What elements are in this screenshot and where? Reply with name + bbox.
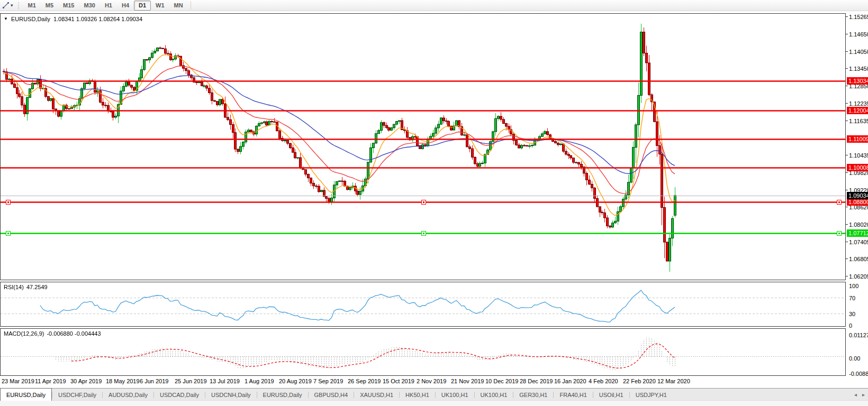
rsi-axis-label: 70 (849, 295, 855, 302)
chart-tab-eurusd-daily[interactable]: EURUSD,Daily (0, 388, 52, 401)
price-axis-tick (846, 34, 848, 34)
chart-symbol-label: EURUSD,Daily (11, 16, 50, 22)
price-axis-tick (846, 51, 848, 52)
price-axis-tick (846, 224, 848, 225)
date-axis-label: 23 Mar 2019 (2, 378, 34, 384)
date-axis-label: 4 Feb 2020 (589, 378, 618, 384)
rsi-axis-label: 30 (849, 311, 855, 318)
chart-tab-hk50-h1[interactable]: HK50,H1 (400, 389, 435, 401)
rsi-panel: RSI(14) 47.2549 (0, 282, 846, 327)
date-axis-label: 12 Mar 2020 (657, 378, 690, 384)
toolbar: ▾ M1M5M15M30H1H4D1W1MN (0, 0, 868, 11)
date-axis-label: 16 Jan 2020 (554, 378, 586, 384)
mt4-window: ▾ M1M5M15M30H1H4D1W1MN ▼ EURUSD,Daily 1.… (0, 0, 868, 406)
date-axis-label: 28 Dec 2019 (520, 378, 553, 384)
price-axis-tick (846, 276, 848, 276)
hline-price-badge: 1.08800 (847, 198, 868, 206)
price-chart-canvas[interactable] (1, 14, 845, 280)
toolbar-separator (191, 1, 191, 10)
chart-tab-audusd-daily[interactable]: AUDUSD,Daily (103, 389, 153, 401)
rsi-axis-label: 100 (849, 283, 858, 290)
chart-title[interactable]: ▼ EURUSD,Daily 1.08341 1.09326 1.08264 1… (4, 16, 142, 22)
price-axis-label: 1.11635 (849, 118, 868, 125)
chart-tab-ger30-h1[interactable]: GER30,H1 (513, 389, 553, 401)
date-axis-label: 7 Sep 2019 (313, 378, 343, 384)
price-axis-tick (846, 172, 848, 173)
price-axis-tick (846, 155, 848, 155)
price-axis-label: 1.06805 (849, 256, 868, 263)
chart-tab-uk100-h1[interactable]: UK100,H1 (475, 389, 513, 401)
chart-tab-fra40-h1[interactable]: FRA40,H1 (554, 389, 592, 401)
macd-values: -0.006880 -0.004443 (47, 330, 101, 337)
timeframe-button-mn[interactable]: MN (169, 1, 188, 11)
date-axis-label: 1 Aug 2019 (245, 378, 274, 384)
tab-scroll-right-icon[interactable]: ▸ (862, 392, 865, 398)
price-axis-tick (846, 242, 848, 242)
rsi-name: RSI(14) (4, 284, 24, 290)
chart-tab-bar: EURUSD,DailyUSDCHF,DailyAUDUSD,DailyUSDC… (0, 388, 868, 401)
rsi-canvas[interactable] (1, 282, 845, 326)
price-axis-tick (846, 103, 848, 104)
timeframe-button-m15[interactable]: M15 (58, 1, 79, 11)
chart-tab-usoil-h1[interactable]: USOil,H1 (593, 389, 629, 401)
price-axis-tick (846, 68, 848, 69)
date-axis-label: 13 Jul 2019 (210, 378, 240, 384)
price-axis-tick (846, 207, 848, 207)
rsi-axis[interactable]: 10070300 (846, 282, 868, 327)
price-axis-label: 1.08020 (849, 222, 868, 228)
rsi-label: RSI(14) 47.2549 (4, 284, 48, 290)
timeframe-button-h1[interactable]: H1 (100, 1, 117, 11)
rsi-value: 47.2549 (26, 284, 48, 290)
timeframe-button-row: M1M5M15M30H1H4D1W1MN (23, 0, 188, 11)
date-axis-label: 20 Aug 2019 (279, 378, 312, 384)
chart-tab-eurusd-daily[interactable]: EURUSD,Daily (257, 389, 308, 401)
macd-label: MACD(12,26,9) -0.006880 -0.004443 (4, 330, 101, 337)
toolbar-grip[interactable] (17, 2, 20, 9)
timeframe-button-m30[interactable]: M30 (79, 1, 100, 11)
chart-tab-usdcad-daily[interactable]: USDCAD,Daily (154, 389, 205, 401)
chart-tab-xauusd-h1[interactable]: XAUUSD,H1 (354, 389, 399, 401)
hline-price-badge: 1.07712 (847, 229, 868, 237)
chevron-down-icon: ▾ (11, 3, 13, 8)
macd-canvas[interactable] (1, 329, 845, 375)
price-axis-label: 1.06205 (849, 273, 868, 280)
price-axis-tick (846, 16, 848, 17)
date-axis-label: 25 Jun 2019 (175, 378, 207, 384)
price-axis-label: 1.13450 (849, 66, 868, 72)
drawing-tool-button[interactable]: ▾ (0, 0, 15, 11)
chart-tab-usdchf-daily[interactable]: USDCHF,Daily (52, 389, 102, 401)
price-axis-label: 1.14650 (849, 31, 868, 38)
chart-tab-usdjpy-h1[interactable]: USDJPY,H1 (630, 389, 673, 401)
date-axis-label: 18 May 2019 (106, 378, 140, 384)
price-axis-label: 1.10435 (849, 152, 868, 159)
timeframe-button-w1[interactable]: W1 (151, 1, 169, 11)
price-axis-label: 1.15265 (849, 14, 868, 21)
hline-price-badge: 1.13034 (847, 77, 868, 85)
date-axis-label: 6 Jun 2019 (140, 378, 168, 384)
price-axis-tick (846, 259, 848, 259)
tab-scroll-nav: ◂ ▸ (854, 389, 865, 401)
hline-price-badge: 1.10008 (847, 164, 868, 171)
timeframe-button-m5[interactable]: M5 (41, 1, 58, 11)
tab-scroll-left-icon[interactable]: ◂ (854, 392, 857, 398)
chart-tab-gbpusd-h4[interactable]: GBPUSD,H4 (309, 389, 354, 401)
date-axis-label: 11 Apr 2019 (35, 378, 66, 384)
date-axis-label: 30 Apr 2019 (70, 378, 102, 384)
price-axis-label: 1.07405 (849, 239, 868, 246)
price-axis[interactable]: 1.152651.146501.140501.134501.128501.122… (846, 13, 868, 280)
date-axis-label: 10 Dec 2019 (485, 378, 518, 384)
macd-axis-label: 0.00 (849, 355, 860, 362)
macd-axis-label: 0.011277 (849, 332, 868, 339)
timeframe-button-m1[interactable]: M1 (23, 1, 41, 11)
date-axis-label: 22 Feb 2020 (623, 378, 656, 384)
price-axis-tick (846, 86, 848, 86)
hline-price-badge: 1.12004 (847, 107, 868, 114)
main-chart-panel: ▼ EURUSD,Daily 1.08341 1.09326 1.08264 1… (0, 13, 846, 280)
chart-tab-uk100-h1[interactable]: UK100,H1 (436, 389, 474, 401)
hline-price-badge: 1.11009 (847, 135, 868, 143)
chart-tab-usdcnh-daily[interactable]: USDCNH,Daily (205, 389, 257, 401)
timeframe-button-d1[interactable]: D1 (134, 1, 151, 11)
date-axis[interactable]: 23 Mar 201911 Apr 201930 Apr 201918 May … (0, 376, 846, 388)
macd-axis[interactable]: 0.0112770.00-0.008845 (846, 328, 868, 376)
timeframe-button-h4[interactable]: H4 (117, 1, 134, 11)
